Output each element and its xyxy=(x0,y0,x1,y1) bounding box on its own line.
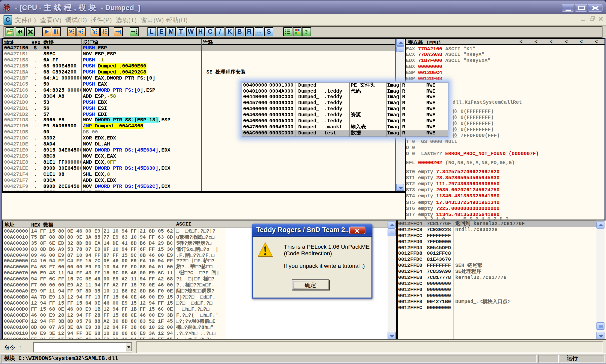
svg-text:?: ? xyxy=(305,28,308,35)
